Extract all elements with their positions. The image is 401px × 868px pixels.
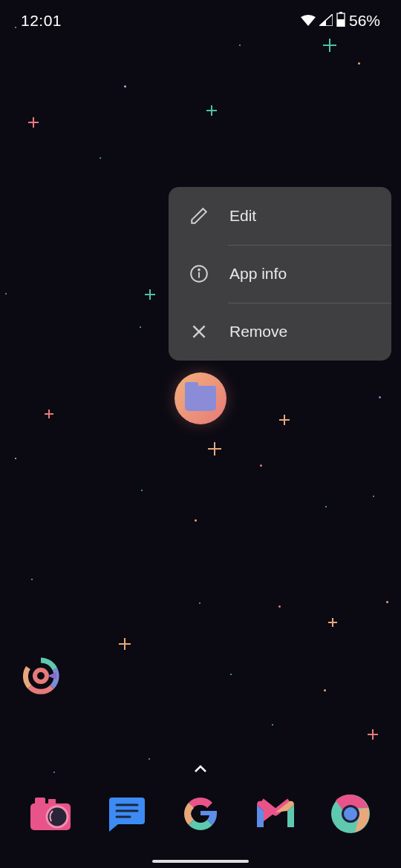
dock-camera[interactable] bbox=[27, 791, 74, 837]
status-bar: 12:01 56% bbox=[0, 0, 401, 42]
chrome-icon bbox=[330, 793, 371, 835]
svg-point-18 bbox=[344, 807, 357, 821]
battery-icon bbox=[336, 12, 345, 30]
crux-app-icon[interactable] bbox=[21, 656, 61, 696]
svg-rect-7 bbox=[337, 19, 345, 27]
dock-gmail[interactable] bbox=[252, 791, 299, 837]
signal-icon bbox=[319, 12, 333, 30]
dock-chrome[interactable] bbox=[327, 791, 374, 837]
svg-rect-11 bbox=[48, 799, 56, 804]
svg-point-2 bbox=[198, 269, 200, 271]
close-icon bbox=[189, 322, 209, 341]
svg-rect-10 bbox=[35, 798, 45, 805]
status-time: 12:01 bbox=[21, 12, 62, 30]
menu-app-info[interactable]: App info bbox=[169, 245, 391, 303]
wifi-icon bbox=[301, 12, 316, 30]
pencil-icon bbox=[189, 206, 209, 226]
google-icon bbox=[180, 793, 221, 835]
menu-edit-label: Edit bbox=[229, 207, 256, 225]
gmail-icon bbox=[254, 798, 297, 830]
dock-messages[interactable] bbox=[102, 791, 149, 837]
messages-icon bbox=[105, 795, 146, 833]
menu-app-info-label: App info bbox=[229, 265, 287, 283]
menu-remove[interactable]: Remove bbox=[169, 303, 391, 361]
dock bbox=[0, 791, 401, 837]
menu-edit[interactable]: Edit bbox=[169, 187, 391, 245]
dock-google[interactable] bbox=[177, 791, 224, 837]
menu-remove-label: Remove bbox=[229, 323, 287, 341]
battery-percent: 56% bbox=[349, 12, 380, 30]
folder-icon bbox=[185, 386, 216, 411]
svg-point-8 bbox=[35, 670, 47, 682]
camera-icon bbox=[29, 796, 72, 832]
info-icon bbox=[189, 264, 209, 283]
app-drawer-handle-icon[interactable] bbox=[192, 760, 209, 778]
gesture-nav-bar[interactable] bbox=[152, 860, 249, 863]
context-menu: Edit App info Remove bbox=[169, 187, 391, 361]
files-app-icon[interactable] bbox=[175, 372, 226, 424]
